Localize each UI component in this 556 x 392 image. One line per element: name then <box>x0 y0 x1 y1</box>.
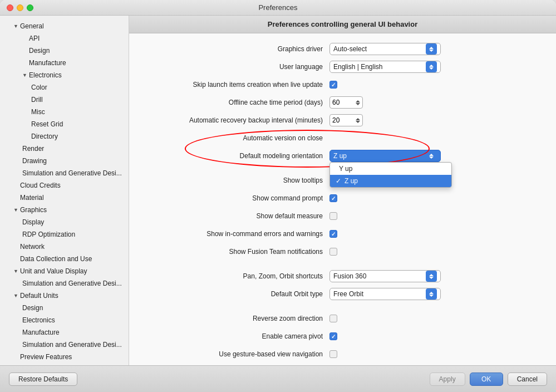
default-modeling-row: Default modeling orientation Z up <box>151 149 534 163</box>
reverse-zoom-checkbox[interactable] <box>329 315 337 322</box>
sidebar-item-graphics[interactable]: ▼ Graphics <box>0 204 129 216</box>
graphics-driver-select[interactable]: Auto-select <box>329 43 441 55</box>
default-orbit-btn[interactable] <box>426 288 437 300</box>
sidebar-label: Directory <box>31 133 58 140</box>
sidebar-item-drawing[interactable]: Drawing <box>0 155 129 167</box>
window-title: Preferences <box>258 3 297 12</box>
close-button[interactable] <box>7 4 13 11</box>
step-down-icon[interactable] <box>356 103 360 105</box>
sidebar-item-drill[interactable]: Drill <box>0 94 129 106</box>
offline-cache-field[interactable] <box>332 99 355 106</box>
sidebar-item-unit-value[interactable]: ▼ Unit and Value Display <box>0 265 129 277</box>
user-language-control: English | English <box>329 61 534 73</box>
sidebar-item-electronics2[interactable]: Electronics <box>0 314 129 326</box>
skip-launch-checkbox[interactable] <box>329 81 337 89</box>
sidebar-item-misc[interactable]: Misc <box>0 106 129 118</box>
enable-camera-pivot-checkbox[interactable] <box>329 332 337 340</box>
show-command-prompt-control <box>329 194 534 202</box>
preferences-window: Preferences ▼ General API Design <box>0 0 556 392</box>
minimize-button[interactable] <box>17 4 23 11</box>
sidebar-item-render[interactable]: Render <box>0 143 129 155</box>
user-language-btn[interactable] <box>426 61 437 72</box>
show-default-measure-checkbox[interactable] <box>329 212 337 220</box>
sidebar-label: Design <box>22 304 43 312</box>
dropdown-option-y-up[interactable]: Y up <box>330 163 451 175</box>
default-modeling-label: Default modeling orientation <box>151 152 329 160</box>
arrow-down-icon <box>429 277 434 279</box>
sidebar-item-manufacture[interactable]: Manufacture <box>0 57 129 69</box>
sidebar-item-manufacture2[interactable]: Manufacture <box>0 326 129 339</box>
sidebar-item-sim-gen-design[interactable]: Simulation and Generative Desi... <box>0 167 129 179</box>
default-modeling-select[interactable]: Z up <box>329 150 441 162</box>
show-command-prompt-checkbox[interactable] <box>329 194 337 202</box>
sidebar: ▼ General API Design Manufactur <box>0 16 129 365</box>
maximize-button[interactable] <box>27 4 33 11</box>
arrow-up-icon <box>429 47 434 49</box>
sidebar-item-sim-gen3[interactable]: Simulation and Generative Desi... <box>0 339 129 351</box>
reverse-zoom-control <box>329 315 534 322</box>
footer: Restore Defaults Apply OK Cancel <box>0 365 556 392</box>
offline-cache-stepper[interactable] <box>356 100 360 105</box>
show-incommand-errors-checkbox[interactable] <box>329 230 337 238</box>
sidebar-item-cloud-credits[interactable]: Cloud Credits <box>0 179 129 192</box>
pan-zoom-select[interactable]: Fusion 360 <box>329 270 441 282</box>
default-orbit-select[interactable]: Free Orbit <box>329 288 441 300</box>
offline-cache-row: Offline cache time period (days) <box>151 96 534 109</box>
sidebar-item-sim-gen2[interactable]: Simulation and Generative Desi... <box>0 277 129 290</box>
show-default-measure-label: Show default measure <box>151 212 329 220</box>
graphics-driver-btn[interactable] <box>426 43 437 55</box>
sidebar-item-electronics[interactable]: ▼ Electronics <box>0 69 129 81</box>
footer-left: Restore Defaults <box>9 373 430 386</box>
arrow-down-icon <box>429 156 434 159</box>
sidebar-item-design[interactable]: Design <box>0 45 129 57</box>
sidebar-item-display[interactable]: Display <box>0 216 129 228</box>
graphics-driver-value: Auto-select <box>333 45 424 53</box>
sidebar-item-api[interactable]: API <box>0 32 129 45</box>
arrow-up-icon <box>429 274 434 276</box>
offline-cache-input[interactable] <box>329 96 363 109</box>
orientation-dropdown[interactable]: Y up Z up <box>329 162 452 188</box>
enable-camera-pivot-label: Enable camera pivot <box>151 332 329 340</box>
sidebar-item-material[interactable]: Material <box>0 192 129 204</box>
arrow-up-icon <box>429 65 434 67</box>
skip-launch-label: Skip launch items creation when live upd… <box>151 81 329 89</box>
cancel-button[interactable]: Cancel <box>508 373 547 386</box>
use-gesture-checkbox[interactable] <box>329 350 337 358</box>
sidebar-item-directory[interactable]: Directory <box>0 130 129 143</box>
auto-recovery-row: Automatic recovery backup interval (minu… <box>151 114 534 127</box>
sidebar-item-preview[interactable]: Preview Features <box>0 351 129 363</box>
user-language-row: User language English | English <box>151 60 534 74</box>
step-down-icon[interactable] <box>356 121 360 123</box>
apply-button[interactable]: Apply <box>430 373 465 386</box>
sidebar-label: API <box>29 35 40 42</box>
sidebar-label: Simulation and Generative Desi... <box>22 280 122 287</box>
auto-recovery-stepper[interactable] <box>356 118 360 123</box>
step-up-icon[interactable] <box>356 100 360 102</box>
sidebar-item-default-units[interactable]: ▼ Default Units <box>0 290 129 302</box>
sidebar-label: Cloud Credits <box>20 182 61 189</box>
user-language-select[interactable]: English | English <box>329 61 441 73</box>
sidebar-item-network[interactable]: Network <box>0 241 129 253</box>
sidebar-label: Simulation and Generative Desi... <box>22 341 122 349</box>
use-gesture-row: Use gesture-based view navigation <box>151 347 534 361</box>
sidebar-item-data-collection[interactable]: Data Collection and Use <box>0 253 129 265</box>
chevron-icon: ▼ <box>13 23 20 29</box>
default-modeling-btn[interactable] <box>426 150 437 161</box>
dropdown-option-z-up[interactable]: Z up <box>330 175 451 187</box>
auto-recovery-input[interactable] <box>329 114 363 126</box>
auto-recovery-field[interactable] <box>332 116 355 124</box>
sidebar-label: Manufacture <box>22 329 60 336</box>
show-tooltips-label: Show tooltips <box>151 177 329 184</box>
pan-zoom-btn[interactable] <box>426 271 437 282</box>
step-up-icon[interactable] <box>356 118 360 120</box>
sidebar-item-reset-grid[interactable]: Reset Grid <box>0 118 129 130</box>
sidebar-item-general[interactable]: ▼ General <box>0 20 129 32</box>
sidebar-item-rdp[interactable]: RDP Optimization <box>0 228 129 241</box>
sidebar-item-color[interactable]: Color <box>0 81 129 94</box>
ok-button[interactable]: OK <box>470 373 503 386</box>
sidebar-item-design2[interactable]: Design <box>0 302 129 314</box>
restore-defaults-button[interactable]: Restore Defaults <box>9 373 77 386</box>
show-fusion-team-checkbox[interactable] <box>329 248 337 256</box>
arrow-up-icon <box>429 292 434 294</box>
sidebar-label: Drawing <box>22 157 47 165</box>
